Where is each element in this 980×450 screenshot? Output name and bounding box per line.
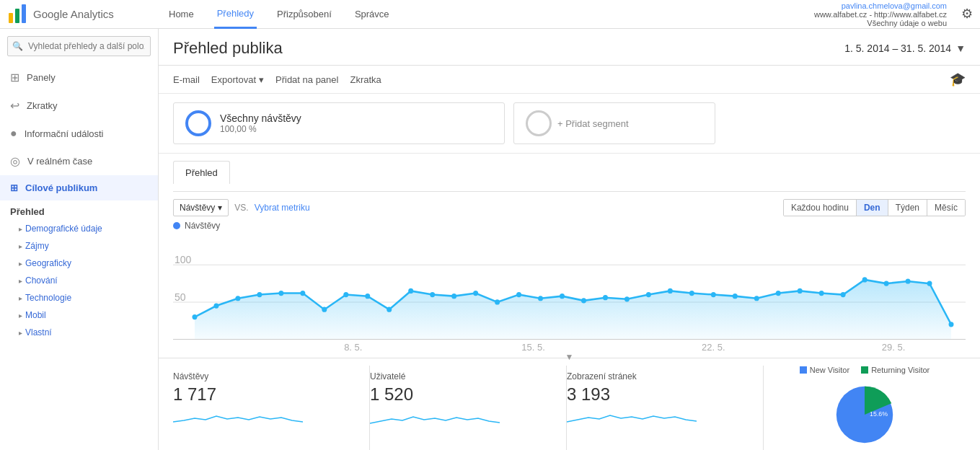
svg-point-21 xyxy=(495,299,500,304)
svg-point-9 xyxy=(235,296,240,301)
account-info: pavlina.chmelova@gmail.com www.alfabet.c… xyxy=(814,1,947,27)
segment-all-visits: Všechny návštěvy 100,00 % xyxy=(173,102,505,144)
svg-point-18 xyxy=(430,292,435,297)
sidebar-item-vlastni[interactable]: Vlastní xyxy=(0,324,158,341)
svg-text:50: 50 xyxy=(175,291,186,303)
svg-rect-1 xyxy=(15,9,19,23)
vs-label: VS. xyxy=(234,203,248,213)
select-metric-link[interactable]: Vybrat metriku xyxy=(255,203,310,213)
date-range-picker[interactable]: 1. 5. 2014 – 31. 5. 2014 ▼ xyxy=(844,43,966,54)
time-btn-month[interactable]: Měsíc xyxy=(927,200,965,216)
add-segment-button[interactable]: + Přidat segment xyxy=(513,102,715,144)
sidebar-label-zkratky: Zkratky xyxy=(27,100,58,111)
nav-prizpusobeni[interactable]: Přizpůsobení xyxy=(274,0,335,29)
svg-point-13 xyxy=(322,307,327,312)
all-data-link[interactable]: Všechny údaje o webu xyxy=(867,19,947,27)
svg-text:100: 100 xyxy=(175,254,191,265)
sidebar-label-panely: Panely xyxy=(27,72,56,83)
user-email[interactable]: pavlina.chmelova@gmail.com xyxy=(842,1,947,10)
add-panel-button[interactable]: Přidat na panel xyxy=(275,74,338,85)
sidebar-item-technologie[interactable]: Technologie xyxy=(0,289,158,306)
sparkline-navstevy xyxy=(173,407,303,429)
main-content: Přehled publika 1. 5. 2014 – 31. 5. 2014… xyxy=(159,29,980,450)
chart-tab-prehled[interactable]: Přehled xyxy=(173,161,230,184)
segment-name: Všechny návštěvy xyxy=(220,112,301,124)
chart-legend: Návštěvy xyxy=(173,221,966,231)
svg-point-7 xyxy=(192,314,197,319)
site-link[interactable]: www.alfabet.cz - http://www.alfabet.cz xyxy=(814,10,947,19)
sidebar-item-geograficky[interactable]: Geograficky xyxy=(0,255,158,272)
shortcut-button[interactable]: Zkratka xyxy=(350,74,381,85)
sidebar-item-chovani[interactable]: Chování xyxy=(0,272,158,289)
sidebar-item-zajmy[interactable]: Zájmy xyxy=(0,237,158,255)
svg-point-31 xyxy=(711,292,716,297)
svg-point-17 xyxy=(408,288,413,294)
export-button[interactable]: Exportovat ▾ xyxy=(211,74,264,85)
chart-section: Přehled Návštěvy ▾ VS. Vybrat metriku Ka… xyxy=(159,154,980,358)
svg-point-15 xyxy=(365,294,370,299)
search-input[interactable] xyxy=(7,36,151,56)
sidebar-label-informacni: Informační události xyxy=(25,128,104,139)
stat-box-uzivatele: Uživatelé 1 520 xyxy=(370,366,567,450)
sidebar-section-cilove[interactable]: ⊞ Cílové publikum xyxy=(0,175,158,200)
metric-dropdown[interactable]: Návštěvy ▾ xyxy=(173,199,229,216)
stat-value-navstevy: 1 717 xyxy=(173,384,358,405)
sidebar-item-panely[interactable]: ⊞ Panely xyxy=(0,63,158,92)
pie-area: New Visitor Returning Visitor 15.6% xyxy=(764,366,966,450)
page-title: Přehled publika xyxy=(173,39,283,58)
nav-prehledy[interactable]: Přehledy xyxy=(214,0,257,29)
metric-selector: Návštěvy ▾ VS. Vybrat metriku xyxy=(173,199,310,216)
date-range-label: 1. 5. 2014 – 31. 5. 2014 xyxy=(844,43,951,54)
search-box[interactable]: 🔍 xyxy=(7,36,151,56)
pie-pct-label: 15.6% xyxy=(870,410,888,418)
svg-point-42 xyxy=(949,322,954,327)
chart-scroll-btn[interactable]: ▼ xyxy=(173,352,966,362)
sidebar-item-demograficke[interactable]: Demografické údaje xyxy=(0,220,158,237)
email-button[interactable]: E-mail xyxy=(173,74,200,85)
line-chart: 100 50 xyxy=(173,235,966,350)
svg-point-16 xyxy=(387,307,392,312)
svg-point-38 xyxy=(862,277,868,282)
svg-text:29. 5.: 29. 5. xyxy=(882,342,905,350)
legend-dot xyxy=(173,222,180,229)
sidebar-label-realtime: V reálném čase xyxy=(27,156,92,167)
stat-box-zobrazeni: Zobrazení stránek 3 193 xyxy=(567,366,764,450)
time-btn-week[interactable]: Týden xyxy=(888,200,927,216)
new-visitor-color xyxy=(800,366,807,374)
svg-point-26 xyxy=(603,295,608,300)
svg-point-30 xyxy=(689,291,694,296)
graduation-icon[interactable]: 🎓 xyxy=(950,71,966,87)
svg-point-33 xyxy=(754,296,759,301)
sidebar: 🔍 ⊞ Panely ↩ Zkratky ● Informační událos… xyxy=(0,29,159,450)
add-segment-circle xyxy=(526,110,552,136)
legend-label: Návštěvy xyxy=(185,221,220,231)
svg-point-12 xyxy=(300,291,305,296)
sidebar-item-realtime[interactable]: ◎ V reálném čase xyxy=(0,147,158,175)
svg-point-20 xyxy=(473,291,478,296)
pie-legend: New Visitor Returning Visitor xyxy=(800,366,930,374)
sidebar-item-mobil[interactable]: Mobil xyxy=(0,306,158,324)
sidebar-sublabel-prehled[interactable]: Přehled xyxy=(0,200,158,220)
sidebar-section-label: Cílové publikum xyxy=(25,182,97,193)
stat-label-uzivatele: Uživatelé xyxy=(370,371,555,381)
shortcut-icon: ↩ xyxy=(10,99,19,112)
returning-visitor-label: Returning Visitor xyxy=(871,366,930,374)
metric-arrow-icon: ▾ xyxy=(218,203,222,213)
nav-home[interactable]: Home xyxy=(166,0,197,29)
sparkline-uzivatele xyxy=(370,407,500,429)
svg-point-36 xyxy=(819,291,824,296)
svg-point-40 xyxy=(906,278,911,283)
svg-rect-0 xyxy=(9,13,13,23)
chart-area: Návštěvy 100 50 xyxy=(173,221,966,350)
gear-icon[interactable]: ⚙ xyxy=(961,6,973,22)
svg-point-10 xyxy=(257,292,262,297)
time-btn-day[interactable]: Den xyxy=(856,200,888,216)
ga-logo-icon xyxy=(7,4,27,25)
sparkline-zobrazeni xyxy=(567,407,697,429)
time-btn-hour[interactable]: Každou hodinu xyxy=(784,200,856,216)
svg-point-11 xyxy=(278,291,283,296)
nav-spravce[interactable]: Správce xyxy=(352,0,392,29)
svg-rect-2 xyxy=(22,4,26,23)
sidebar-item-zkratky[interactable]: ↩ Zkratky xyxy=(0,92,158,120)
sidebar-item-informacni[interactable]: ● Informační události xyxy=(0,120,158,147)
